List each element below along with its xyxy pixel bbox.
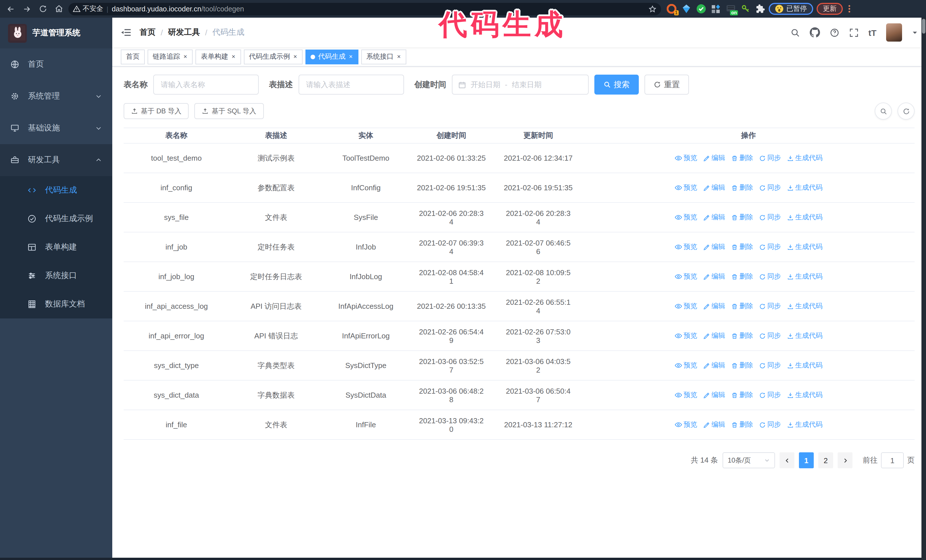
sync-action-link[interactable]: 同步	[759, 213, 781, 222]
delete-action-link[interactable]: 删除	[731, 213, 753, 222]
delete-action-link[interactable]: 删除	[731, 390, 753, 400]
submenu-item-4[interactable]: 数据库文档	[0, 290, 112, 318]
edit-action-link[interactable]: 编辑	[703, 301, 725, 311]
download-action-link[interactable]: 生成代码	[787, 420, 823, 430]
edit-action-link[interactable]: 编辑	[703, 213, 725, 222]
edit-action-link[interactable]: 编辑	[703, 272, 725, 281]
download-action-link[interactable]: 生成代码	[787, 242, 823, 252]
github-icon[interactable]	[810, 27, 820, 38]
help-icon[interactable]	[830, 28, 840, 37]
profile-paused-pill[interactable]: 已暂停	[769, 3, 813, 15]
eye-action-link[interactable]: 预览	[675, 361, 697, 370]
shield-check-extension-icon[interactable]	[696, 4, 706, 14]
sync-action-link[interactable]: 同步	[759, 420, 781, 430]
delete-action-link[interactable]: 删除	[731, 331, 753, 341]
switch-extension-icon[interactable]: on	[726, 4, 736, 14]
tab-close-icon[interactable]: ×	[231, 53, 236, 60]
sidebar-item-1[interactable]: 系统管理	[0, 80, 112, 112]
eye-action-link[interactable]: 预览	[675, 213, 697, 222]
page-tab-3[interactable]: 代码生成示例×	[244, 49, 303, 64]
gem-extension-icon[interactable]	[682, 4, 691, 14]
browser-home-icon[interactable]	[53, 3, 65, 15]
download-action-link[interactable]: 生成代码	[787, 183, 823, 193]
eye-action-link[interactable]: 预览	[675, 153, 697, 163]
edit-action-link[interactable]: 编辑	[703, 183, 725, 193]
next-page-button[interactable]	[838, 452, 852, 468]
delete-action-link[interactable]: 删除	[731, 420, 753, 430]
breadcrumb-home[interactable]: 首页	[139, 27, 156, 38]
tab-close-icon[interactable]: ×	[348, 53, 353, 60]
delete-action-link[interactable]: 删除	[731, 301, 753, 311]
logo-bar[interactable]: 芋道管理系统	[0, 18, 112, 48]
download-action-link[interactable]: 生成代码	[787, 301, 823, 311]
page-tab-0[interactable]: 首页	[121, 49, 145, 64]
adblock-extension-icon[interactable]: 1	[667, 4, 676, 14]
browser-forward-icon[interactable]	[21, 3, 33, 15]
eye-action-link[interactable]: 预览	[675, 242, 697, 252]
scrollbar-thumb[interactable]	[922, 19, 925, 33]
sync-action-link[interactable]: 同步	[759, 272, 781, 281]
page-number-1[interactable]: 1	[799, 452, 814, 468]
eye-action-link[interactable]: 预览	[675, 183, 697, 193]
user-menu-caret-icon[interactable]	[912, 29, 918, 36]
sidebar-collapse-icon[interactable]	[120, 27, 132, 38]
toggle-search-button[interactable]	[875, 103, 892, 120]
submenu-item-2[interactable]: 表单构建	[0, 233, 112, 261]
sync-action-link[interactable]: 同步	[759, 242, 781, 252]
sync-action-link[interactable]: 同步	[759, 183, 781, 193]
reset-button[interactable]: 重置	[645, 75, 689, 95]
edit-action-link[interactable]: 编辑	[703, 420, 725, 430]
fullscreen-icon[interactable]	[849, 28, 859, 37]
header-search-icon[interactable]	[790, 28, 800, 37]
delete-action-link[interactable]: 删除	[731, 361, 753, 370]
goto-page-input[interactable]	[881, 452, 904, 468]
breadcrumb-tools[interactable]: 研发工具	[168, 27, 200, 38]
sync-action-link[interactable]: 同步	[759, 390, 781, 400]
extensions-puzzle-icon[interactable]	[756, 4, 765, 14]
download-action-link[interactable]: 生成代码	[787, 390, 823, 400]
download-action-link[interactable]: 生成代码	[787, 331, 823, 341]
page-number-2[interactable]: 2	[818, 452, 833, 468]
download-action-link[interactable]: 生成代码	[787, 153, 823, 163]
submenu-item-1[interactable]: 代码生成示例	[0, 205, 112, 233]
tab-close-icon[interactable]: ×	[293, 53, 298, 60]
download-action-link[interactable]: 生成代码	[787, 213, 823, 222]
tab-close-icon[interactable]: ×	[183, 53, 188, 60]
edit-action-link[interactable]: 编辑	[703, 331, 725, 341]
grid-extension-icon[interactable]	[711, 4, 721, 14]
sync-action-link[interactable]: 同步	[759, 153, 781, 163]
eye-action-link[interactable]: 预览	[675, 272, 697, 281]
sidebar-item-3[interactable]: 研发工具	[0, 144, 112, 176]
eye-action-link[interactable]: 预览	[675, 331, 697, 341]
sync-action-link[interactable]: 同步	[759, 331, 781, 341]
eye-action-link[interactable]: 预览	[675, 301, 697, 311]
import-sql-button[interactable]: 基于 SQL 导入	[195, 103, 263, 119]
key-extension-icon[interactable]	[741, 4, 750, 14]
font-size-icon[interactable]: tT	[869, 28, 876, 37]
sidebar-item-2[interactable]: 基础设施	[0, 112, 112, 144]
page-tab-2[interactable]: 表单构建×	[196, 49, 241, 64]
address-bar[interactable]: 不安全 | dashboard.yudao.iocoder.cn/tool/co…	[68, 3, 661, 15]
table-desc-input[interactable]	[299, 75, 404, 95]
page-tab-4[interactable]: 代码生成×	[306, 49, 359, 64]
delete-action-link[interactable]: 删除	[731, 183, 753, 193]
table-name-input[interactable]	[153, 75, 259, 95]
browser-back-icon[interactable]	[5, 3, 17, 15]
sync-action-link[interactable]: 同步	[759, 361, 781, 370]
import-db-button[interactable]: 基于 DB 导入	[124, 103, 189, 119]
user-avatar[interactable]	[886, 23, 902, 42]
search-button[interactable]: 搜索	[595, 75, 639, 95]
page-tab-5[interactable]: 系统接口×	[361, 49, 407, 64]
delete-action-link[interactable]: 删除	[731, 153, 753, 163]
sidebar-item-0[interactable]: 首页	[0, 48, 112, 80]
date-range-picker[interactable]: 开始日期 - 结束日期	[452, 75, 589, 95]
sync-action-link[interactable]: 同步	[759, 301, 781, 311]
edit-action-link[interactable]: 编辑	[703, 242, 725, 252]
eye-action-link[interactable]: 预览	[675, 390, 697, 400]
submenu-item-3[interactable]: 系统接口	[0, 261, 112, 290]
bookmark-star-icon[interactable]	[649, 5, 657, 13]
edit-action-link[interactable]: 编辑	[703, 153, 725, 163]
page-size-select[interactable]: 10条/页	[723, 452, 775, 468]
eye-action-link[interactable]: 预览	[675, 420, 697, 430]
page-tab-1[interactable]: 链路追踪×	[148, 49, 193, 64]
